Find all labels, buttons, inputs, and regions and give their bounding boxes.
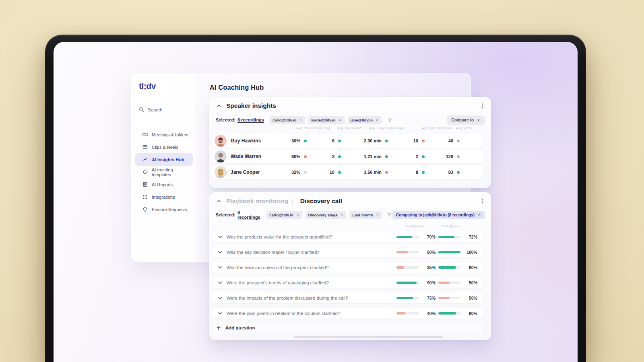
expand-question-button[interactable] (217, 280, 223, 286)
question-row[interactable]: Was the key decision maker / buyer clari… (212, 247, 483, 257)
score-percent: 75% (422, 296, 436, 300)
score-percent: 72% (464, 234, 477, 239)
selected-label: Selected: (216, 212, 235, 217)
filter-chip-discovery-stage[interactable]: Discovery stage (305, 211, 347, 219)
more-options-button[interactable] (479, 102, 486, 109)
metric-value: 2 (416, 154, 418, 159)
speaker-row-jane-cooper[interactable]: Jane Cooper32%103.56 min883 (212, 165, 483, 179)
speaker-row-guy-hawkins[interactable]: Guy Hawkins30%62.30 min1040 (212, 134, 483, 148)
close-icon[interactable] (299, 118, 302, 121)
expand-question-button[interactable] (217, 234, 223, 240)
sidebar-item-label: Clips & Reels (152, 145, 178, 150)
status-dot (304, 155, 307, 158)
question-row[interactable]: Were the prospect's needs of cataloging … (212, 277, 483, 288)
column-header-carlo-tldv-io: Carlo@tldv.io (442, 224, 461, 228)
playbook-filter-chips: carlo@tldv.ioDiscovery stageLast month (266, 211, 382, 219)
selected-count-link[interactable]: 8 recordings (237, 210, 261, 220)
search-button[interactable]: Search (139, 107, 162, 112)
score-bar (396, 236, 419, 238)
status-dot (338, 155, 341, 158)
close-icon[interactable] (339, 118, 342, 121)
score-percent: 80% (464, 311, 477, 316)
filter-chip-jane-tldv-io[interactable]: jane@tldv.io (348, 116, 382, 124)
sidebar-item-feature-requests[interactable]: Feature Requests (135, 203, 193, 216)
filter-chip-wade-tldv-io[interactable]: wade@tldv.io (308, 116, 344, 124)
score-bar (438, 297, 460, 299)
score-bar (396, 312, 419, 315)
chip-label: Last month (352, 213, 373, 217)
expand-question-button[interactable] (217, 249, 223, 255)
filter-button[interactable] (387, 212, 392, 218)
question-rows: Was the products value for the prospect … (212, 231, 483, 323)
more-options-button[interactable] (479, 197, 486, 205)
status-dot (457, 171, 460, 174)
add-question-button[interactable]: Add question (212, 322, 483, 333)
metric-value: 83 (448, 170, 453, 175)
expand-question-button[interactable] (217, 295, 223, 301)
collapse-button[interactable] (216, 198, 222, 204)
metric-value: 10 (330, 170, 334, 175)
panel-title: Speaker insights (226, 102, 276, 109)
column-header-avg-wpm: Avg. WPM (456, 126, 471, 130)
question-row[interactable]: Were the pain points in relation to the … (212, 308, 483, 319)
metric-cell: 6 (307, 138, 341, 143)
sidebar-item-meetings-folders[interactable]: Meetings & folders (135, 128, 193, 141)
filter-chip-carlo-tldv-io[interactable]: carlo@tldv.io (266, 211, 302, 219)
score-bar (438, 266, 460, 269)
add-question-label: Add question (225, 325, 255, 330)
selected-count-link[interactable]: 8 recordings (237, 117, 264, 122)
status-dot (422, 155, 425, 158)
filter-chip-carlo-tldv-io[interactable]: carlo@tldv.io (270, 116, 305, 124)
horizontal-scrollbar[interactable] (294, 336, 443, 338)
score-bar (396, 282, 419, 284)
close-icon[interactable] (340, 213, 343, 216)
compare-to-button[interactable]: Compare to (447, 115, 485, 125)
question-row[interactable]: Were the impacts of the problem discusse… (212, 292, 483, 303)
collapse-button[interactable] (216, 103, 222, 109)
metric-value: 120 (446, 154, 453, 159)
comparing-to-chip[interactable]: Comparing to jack@tldv.io (8 recordings) (392, 211, 485, 219)
sidebar-item-label: AI meeting templates (152, 167, 191, 177)
speaker-filter-chips: carlo@tldv.iowade@tldv.iojane@tldv.io (270, 116, 382, 124)
panel-title-muted: Playbook monitoring (226, 197, 288, 205)
sidebar-item-ai-reports[interactable]: AI Reports (135, 178, 193, 191)
status-dot (422, 140, 425, 142)
sidebar-item-ai-insights-hub[interactable]: AI Insights Hub (135, 153, 193, 166)
trend-line-icon (142, 157, 148, 162)
filter-button[interactable] (386, 117, 393, 123)
close-icon[interactable] (296, 213, 299, 216)
laptop-screen: tl;dv Search Meetings & foldersClips & R… (54, 42, 578, 362)
metric-cell: 120 (425, 154, 460, 159)
column-header-avg-filler-words-min: Avg. Filler words/min (422, 126, 452, 130)
column-header-avg-longest-monologue: Avg. Longest monologue (369, 126, 406, 130)
sidebar-item-integrations[interactable]: Integrations (135, 191, 193, 203)
filter-chip-last-month[interactable]: Last month (349, 211, 382, 219)
playbook-filters-row: Selected: 8 recordings carlo@tldv.ioDisc… (216, 210, 485, 219)
sidebar-item-ai-meeting-templates[interactable]: AI meeting templates (135, 166, 193, 178)
metric-cell: 10 (388, 138, 425, 143)
metric-cell: 1.21 min (341, 154, 388, 159)
score-percent: 80% (464, 265, 477, 270)
expand-question-button[interactable] (217, 265, 223, 270)
speaker-insights-panel: Speaker insights Selected: 8 recordings … (209, 97, 491, 188)
metric-cell: 32% (289, 170, 307, 175)
question-text: Were the impacts of the problem discusse… (227, 296, 396, 300)
status-dot (385, 171, 388, 174)
metric-cell: 60% (289, 154, 307, 159)
chip-label: carlo@tldv.io (269, 213, 293, 217)
column-header-jack-tldv-io: Jack@tldv.io (405, 224, 424, 228)
metric-value: 30% (291, 138, 300, 143)
close-icon[interactable] (478, 213, 481, 216)
expand-question-button[interactable] (217, 311, 223, 316)
sidebar-item-label: AI Insights Hub (152, 157, 184, 162)
question-row[interactable]: Was the decision criteria of the prospec… (212, 262, 483, 273)
score-percent: 50% (464, 280, 477, 285)
close-icon[interactable] (376, 213, 379, 216)
metric-value: 3.56 min (364, 170, 382, 175)
sidebar-item-clips-reels[interactable]: Clips & Reels (135, 141, 193, 153)
speaker-row-wade-warren[interactable]: Wade Warren60%31.21 min2120 (212, 150, 483, 163)
avatar (215, 150, 227, 162)
metric-value: 2.30 min (364, 138, 382, 143)
close-icon[interactable] (376, 118, 379, 121)
question-row[interactable]: Was the products value for the prospect … (212, 231, 483, 242)
